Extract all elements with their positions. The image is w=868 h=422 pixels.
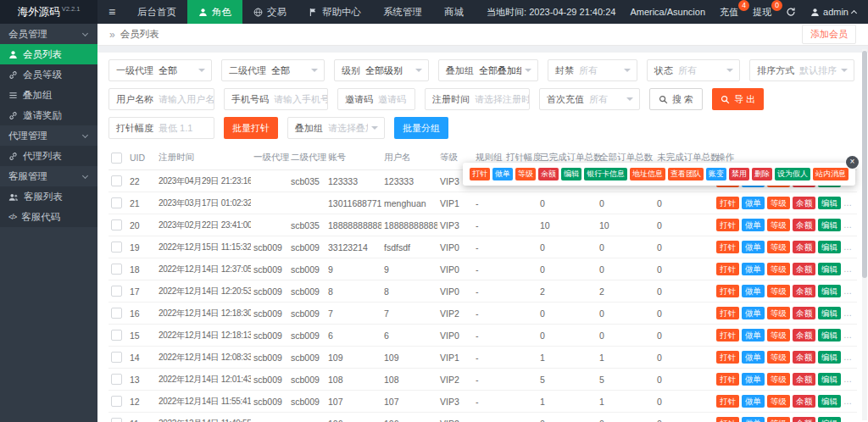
row-action-button[interactable]: 编辑 (818, 329, 841, 341)
filter-input-invite-code[interactable] (378, 94, 415, 104)
search-button[interactable]: 搜 索 (649, 88, 703, 110)
row-action-button[interactable]: 余额 (793, 219, 815, 231)
scrollbar-thumb[interactable] (862, 51, 867, 278)
page-scrollbar[interactable] (862, 49, 867, 420)
row-more-button[interactable]: … (843, 242, 852, 252)
row-action-button[interactable]: 余额 (793, 417, 815, 422)
sidebar-item-service-code[interactable]: </>客服代码 (0, 207, 97, 227)
row-action-button[interactable]: 编辑 (818, 263, 841, 275)
popup-action-button[interactable]: 等级 (515, 168, 536, 180)
row-action-button[interactable]: 等级 (767, 263, 790, 275)
filter-select-level[interactable]: 级别全部级别 (334, 59, 429, 81)
row-checkbox[interactable] (111, 330, 122, 341)
row-action-button[interactable]: 等级 (767, 395, 790, 408)
topnav-item-help[interactable]: 帮助中心 (298, 0, 372, 24)
row-checkbox[interactable] (111, 396, 122, 407)
row-action-button[interactable]: 余额 (793, 351, 815, 364)
row-action-button[interactable]: 余额 (793, 395, 815, 408)
row-action-button[interactable]: 等级 (767, 219, 790, 231)
row-more-button[interactable]: … (843, 419, 852, 422)
row-checkbox[interactable] (111, 264, 122, 275)
row-action-button[interactable]: 做单 (742, 307, 765, 319)
row-action-button[interactable]: 余额 (793, 241, 815, 253)
row-checkbox[interactable] (111, 219, 122, 230)
batch-group-select[interactable]: 叠加组 请选择叠加组 (287, 117, 385, 139)
popup-action-button[interactable]: 站内消息 (813, 168, 849, 180)
row-checkbox[interactable] (111, 197, 122, 208)
row-action-button[interactable]: 等级 (767, 329, 790, 341)
row-action-button[interactable]: 等级 (767, 307, 790, 319)
sidebar-item-agent-list[interactable]: 代理列表 (0, 146, 97, 166)
row-action-button[interactable]: 余额 (793, 373, 815, 386)
row-action-button[interactable]: 做单 (742, 329, 765, 341)
row-checkbox[interactable] (111, 242, 122, 253)
sidebar-group-service-manage[interactable]: 客服管理 (0, 166, 97, 186)
row-action-button[interactable]: 余额 (793, 285, 815, 297)
row-action-button[interactable]: 打针 (716, 329, 739, 341)
recharge-link[interactable]: 充值4 (720, 6, 738, 19)
row-action-button[interactable]: 打针 (716, 417, 739, 422)
popup-close-icon[interactable]: × (846, 156, 859, 169)
row-checkbox[interactable] (111, 286, 122, 297)
export-button[interactable]: 导 出 (712, 88, 764, 110)
row-action-button[interactable]: 余额 (793, 329, 815, 341)
row-action-button[interactable]: 编辑 (818, 307, 841, 319)
row-action-button[interactable]: 等级 (767, 241, 790, 253)
row-more-button[interactable]: … (843, 397, 852, 406)
row-more-button[interactable]: … (843, 330, 852, 340)
user-menu[interactable]: admin (810, 7, 856, 17)
popup-action-button[interactable]: 余额 (538, 168, 559, 180)
batch-inject-button[interactable]: 批量打针 (224, 117, 278, 139)
popup-action-button[interactable]: 查看团队 (668, 168, 704, 180)
row-action-button[interactable]: 打针 (716, 351, 739, 364)
row-action-button[interactable]: 打针 (716, 241, 739, 253)
row-action-button[interactable]: 等级 (767, 373, 790, 386)
sidebar-item-member-list[interactable]: 会员列表 (0, 44, 97, 64)
row-action-button[interactable]: 做单 (742, 417, 765, 422)
topnav-item-trade[interactable]: 交易 (242, 0, 298, 24)
row-action-button[interactable]: 等级 (767, 285, 790, 297)
row-more-button[interactable]: … (843, 198, 852, 208)
row-action-button[interactable]: 编辑 (818, 417, 841, 422)
topnav-item-system[interactable]: 系统管理 (372, 0, 433, 24)
row-action-button[interactable]: 打针 (716, 395, 739, 408)
row-more-button[interactable]: … (843, 308, 852, 318)
row-action-button[interactable]: 编辑 (818, 373, 841, 386)
row-action-button[interactable]: 做单 (742, 285, 765, 297)
filter-select-agent1[interactable]: 一级代理全部 (108, 59, 212, 81)
filter-select-stack-group[interactable]: 叠加组全部叠加组 (438, 59, 538, 81)
popup-action-button[interactable]: 银行卡信息 (584, 168, 627, 180)
row-checkbox[interactable] (111, 175, 122, 186)
sidebar-item-member-level[interactable]: 会员等级 (0, 64, 97, 85)
row-action-button[interactable]: 打针 (716, 197, 739, 209)
topnav-item-home[interactable]: 后台首页 (126, 0, 187, 24)
popup-action-button[interactable]: 编辑 (561, 168, 581, 180)
row-action-button[interactable]: 做单 (742, 241, 765, 253)
filter-select-sort[interactable]: 排序方式默认排序 (749, 59, 854, 81)
row-action-button[interactable]: 做单 (742, 197, 765, 209)
row-more-button[interactable]: … (843, 353, 852, 362)
row-action-button[interactable]: 打针 (716, 219, 739, 231)
popup-action-button[interactable]: 做单 (492, 168, 513, 180)
filter-input-phone[interactable] (274, 94, 327, 104)
filter-select-first-recharge[interactable]: 首次充值 所有 (539, 88, 640, 110)
row-action-button[interactable]: 做单 (742, 373, 765, 386)
row-action-button[interactable]: 做单 (742, 263, 765, 275)
row-checkbox[interactable] (111, 352, 122, 363)
popup-action-button[interactable]: 禁用 (729, 168, 749, 180)
row-action-button[interactable]: 等级 (767, 197, 790, 209)
row-action-button[interactable]: 打针 (716, 373, 739, 386)
filter-select-status[interactable]: 状态所有 (647, 59, 740, 81)
row-action-button[interactable]: 余额 (793, 307, 815, 319)
filter-input-username[interactable] (159, 94, 214, 104)
row-action-button[interactable]: 编辑 (818, 241, 841, 253)
row-checkbox[interactable] (111, 308, 122, 319)
row-action-button[interactable]: 做单 (742, 351, 765, 364)
row-more-button[interactable]: … (843, 286, 852, 296)
row-action-button[interactable]: 编辑 (818, 351, 841, 364)
filter-input-reg-time[interactable] (475, 94, 529, 104)
row-checkbox[interactable] (111, 418, 122, 422)
sidebar-group-member-manage[interactable]: 会员管理 (0, 24, 97, 44)
row-action-button[interactable]: 打针 (716, 307, 739, 319)
row-action-button[interactable]: 编辑 (818, 197, 841, 209)
